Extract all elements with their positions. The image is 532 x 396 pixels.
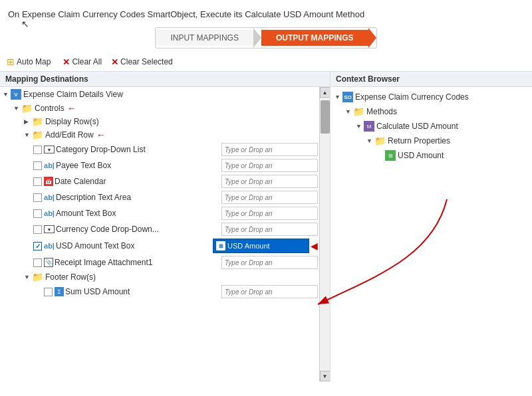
right-returnprops-node: ▼ 📁 Return Properties [365, 134, 529, 148]
right-returnprops-folder-icon: 📁 [374, 136, 386, 146]
clearall-button[interactable]: ✕ Clear All [63, 57, 102, 67]
usdamount-filled-label: USD Amount [227, 242, 270, 250]
controls-expand-icon[interactable]: ▼ [13, 105, 21, 112]
category-mapping-input[interactable] [221, 143, 318, 156]
table-row: ✓ ab| USD Amount Text Box ⊞ USD Amount ◀ [32, 237, 319, 254]
left-scrollbar[interactable]: ▲ ▼ [319, 87, 330, 381]
category-checkbox[interactable] [33, 146, 42, 154]
receipt-checkbox[interactable] [33, 258, 42, 267]
usdamount-filled-icon: ⊞ [216, 241, 225, 250]
toolbar: ⊞ Auto Map ✕ Clear All ✕ Clear Selected [0, 52, 532, 72]
sumusd-label: Sum USD Amount [65, 287, 221, 296]
desc-checkbox[interactable] [33, 193, 42, 202]
footerrow-node: ▼ 📁 Footer Row(s) [21, 270, 319, 284]
receipt-mapping-input[interactable] [221, 256, 318, 269]
usdamount-mapping-filled[interactable]: ⊞ USD Amount [213, 239, 309, 253]
date-checkbox[interactable] [33, 177, 42, 186]
table-row: ab| Amount Text Box [32, 205, 319, 221]
right-root-icon: SO [342, 92, 353, 102]
currency-mapping-input[interactable] [221, 223, 318, 236]
tab-input[interactable]: INPUT MAPPINGS [156, 30, 253, 46]
amount-label: Amount Text Box [56, 209, 221, 218]
right-returnprops-label: Return Properties [388, 136, 450, 146]
right-usdamount-icon: ⊞ [385, 150, 396, 161]
tab-active-arrow [368, 28, 376, 48]
right-calculate-label: Calculate USD Amount [376, 122, 458, 131]
table-row: 📎 Receipt Image Attachment1 [32, 254, 319, 270]
addeditrow-node: ▼ 📁 Add/Edit Row ← [21, 128, 319, 142]
root-label: Expense Claim Details View [23, 90, 123, 99]
usdamount-ctrl-icon: ab| [44, 242, 55, 250]
category-ctrl-icon: ▼ [44, 146, 55, 153]
amount-checkbox[interactable] [33, 209, 42, 218]
currency-ctrl-icon: ▼ [44, 225, 55, 233]
clearall-label: Clear All [72, 57, 102, 66]
table-row: 📅 Date Calendar [32, 173, 319, 189]
usdamount-checkbox[interactable]: ✓ [33, 242, 42, 250]
sumusd-checkbox[interactable] [44, 288, 53, 296]
controls-arrow: ← [67, 103, 76, 114]
right-methods-label: Methods [366, 107, 397, 116]
right-calculate-expand[interactable]: ▼ [356, 123, 364, 130]
clearselected-x-icon: ✕ [111, 57, 118, 67]
amount-ctrl-icon: ab| [44, 209, 55, 217]
right-calculate-node: ▼ M Calculate USD Amount [354, 119, 529, 134]
automap-icon: ⊞ [7, 56, 15, 67]
addeditrow-folder-icon: 📁 [32, 130, 43, 140]
table-row: ▼ Category Drop-Down List [32, 142, 319, 157]
addeditrow-arrow: ← [96, 130, 106, 140]
right-returnprops-expand[interactable]: ▼ [366, 138, 374, 144]
footer-items-list: Σ Sum USD Amount [21, 284, 319, 300]
addeditrow-expand-icon[interactable]: ▼ [24, 132, 32, 138]
right-panel: Context Browser ▼ SO Expense Claim Curre… [331, 72, 532, 381]
right-root-node: ▼ SO Expense Claim Currency Codes [333, 90, 529, 104]
sumusd-ctrl-icon: Σ [55, 287, 64, 296]
root-expand-icon[interactable]: ▼ [3, 91, 11, 98]
root-view-icon: V [11, 89, 21, 100]
desc-mapping-input[interactable] [221, 191, 318, 204]
table-row: ab| Description Text Area [32, 189, 319, 205]
scroll-down-button[interactable]: ▼ [320, 371, 331, 381]
currency-label: Currency Code Drop-Down... [56, 225, 221, 234]
tabs-container: INPUT MAPPINGS OUTPUT MAPPINGS [0, 22, 532, 52]
amount-mapping-input[interactable] [221, 207, 318, 220]
left-tree: ▼ V Expense Claim Details View ▼ 📁 Contr… [0, 87, 319, 381]
desc-ctrl-icon: ab| [44, 193, 55, 201]
tab-output[interactable]: OUTPUT MAPPINGS [261, 30, 368, 46]
controls-node: ▼ 📁 Controls ← [11, 102, 319, 115]
clearselected-button[interactable]: ✕ Clear Selected [111, 57, 173, 67]
footerrow-expand-icon[interactable]: ▼ [24, 274, 32, 280]
desc-label: Description Text Area [56, 193, 221, 202]
payee-label: Payee Text Box [56, 161, 221, 170]
date-ctrl-icon: 📅 [44, 177, 53, 186]
table-row: ▼ Currency Code Drop-Down... [32, 221, 319, 237]
category-label: Category Drop-Down List [56, 145, 221, 154]
usdamount-arrow-indicator: ◀ [311, 241, 318, 251]
scroll-up-button[interactable]: ▲ [320, 87, 331, 98]
right-methods-node: ▼ 📁 Methods [344, 104, 529, 119]
tab-separator-arrow [253, 28, 261, 48]
date-mapping-input[interactable] [221, 175, 318, 188]
automap-button[interactable]: ⊞ Auto Map [7, 56, 51, 67]
right-tree: ▼ SO Expense Claim Currency Codes ▼ 📁 Me… [331, 87, 532, 381]
right-usdamount-node[interactable]: ⊞ USD Amount [376, 148, 529, 163]
page-title: On Expense Claim Currency Codes SmartObj… [0, 0, 532, 22]
receipt-label: Receipt Image Attachment1 [55, 258, 221, 267]
payee-ctrl-icon: ab| [44, 161, 55, 169]
displayrow-expand-icon[interactable]: ▶ [24, 118, 32, 125]
scroll-thumb[interactable] [321, 100, 330, 134]
sumusd-mapping-input[interactable] [221, 285, 318, 298]
footerrow-folder-icon: 📁 [32, 272, 43, 282]
payee-checkbox[interactable] [33, 161, 42, 170]
right-root-expand[interactable]: ▼ [334, 94, 342, 100]
items-list: ▼ Category Drop-Down List ab| Payee Text… [21, 142, 319, 270]
controls-folder-icon: 📁 [21, 103, 33, 114]
currency-checkbox[interactable] [33, 225, 42, 234]
right-methods-folder-icon: 📁 [353, 106, 364, 117]
footerrow-label: Footer Row(s) [45, 272, 96, 282]
clearselected-label: Clear Selected [120, 57, 173, 66]
right-methods-expand[interactable]: ▼ [345, 108, 353, 115]
left-panel-header: Mapping Destinations [0, 72, 330, 87]
right-root-label: Expense Claim Currency Codes [355, 92, 469, 102]
payee-mapping-input[interactable] [221, 159, 318, 172]
